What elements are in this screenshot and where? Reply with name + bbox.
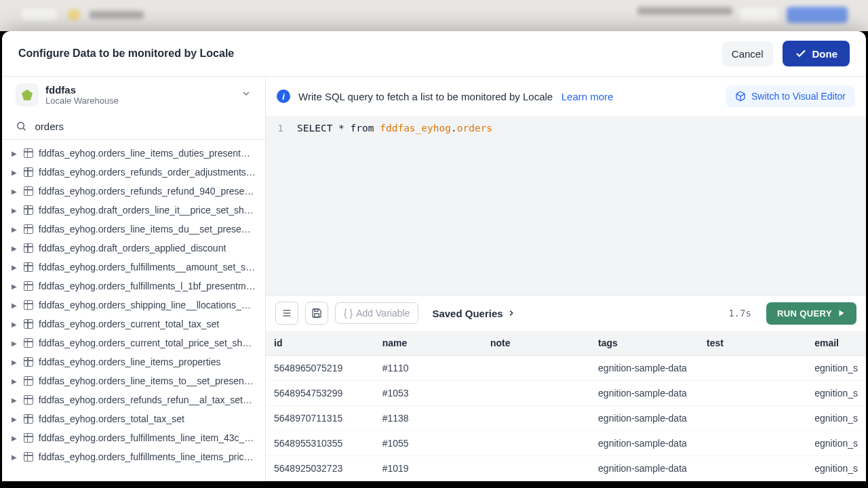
table-icon	[24, 186, 33, 196]
learn-more-link[interactable]: Learn more	[561, 91, 614, 102]
table-cell	[482, 456, 590, 481]
table-cell: egnition-sample-data	[590, 406, 698, 431]
warehouse-selector[interactable]: fddfas Locale Warehouse	[2, 77, 265, 113]
main-panel: i Write SQL query to fetch a list to be …	[266, 77, 866, 481]
table-item-label: fddfas_eyhog.orders_refunds_order_adjust…	[39, 167, 256, 178]
table-item[interactable]: ▶ fddfas_eyhog.orders_fulfillments_l_1bf…	[2, 277, 265, 296]
table-item[interactable]: ▶ fddfas_eyhog.orders_fulfillments_line_…	[2, 447, 265, 466]
saved-queries-label: Saved Queries	[432, 308, 502, 319]
table-item[interactable]: ▶ fddfas_eyhog.orders_current_total_pric…	[2, 333, 265, 352]
table-item-label: fddfas_eyhog.draft_orders_applied_discou…	[39, 243, 226, 253]
table-item[interactable]: ▶ fddfas_eyhog.orders_line_items_du__set…	[2, 220, 265, 239]
table-search[interactable]	[2, 113, 265, 140]
table-item-label: fddfas_eyhog.orders_current_total_tax_se…	[39, 319, 219, 329]
table-cell: #1053	[374, 381, 482, 406]
table-cell: egnition-sample-data	[590, 456, 698, 481]
table-cell: 5648970711315	[266, 406, 374, 431]
table-icon	[24, 243, 33, 253]
table-cell: 5648925032723	[266, 456, 374, 481]
column-header[interactable]: note	[482, 331, 590, 356]
table-item[interactable]: ▶ fddfas_eyhog.orders_shipping_line__llo…	[2, 296, 265, 314]
table-cell	[698, 456, 806, 481]
check-icon	[795, 47, 807, 60]
table-cell	[482, 431, 590, 456]
switch-visual-editor-button[interactable]: Switch to Visual Editor	[726, 85, 855, 107]
table-cell: 5648954753299	[266, 381, 374, 406]
chevron-right-icon: ▶	[12, 321, 18, 328]
table-icon	[24, 395, 33, 405]
table-item-label: fddfas_eyhog.orders_total_tax_set	[39, 413, 184, 424]
table-item-label: fddfas_eyhog.orders_shipping_line__lloca…	[39, 300, 256, 310]
column-header[interactable]: id	[266, 331, 374, 356]
table-cell	[698, 406, 806, 431]
configure-data-modal: Configure Data to be monitored by Locale…	[2, 31, 866, 481]
list-view-button[interactable]	[275, 302, 298, 325]
table-item[interactable]: ▶ fddfas_eyhog.orders_fulfillments__amou…	[2, 258, 265, 277]
table-cell: egnition_s	[806, 381, 866, 406]
chevron-right-icon: ▶	[12, 226, 18, 233]
table-item-label: fddfas_eyhog.draft_orders_line_it__price…	[39, 205, 254, 216]
chevron-right-icon: ▶	[12, 150, 18, 157]
table-item-label: fddfas_eyhog.orders_line_items_duties_pr…	[39, 148, 256, 159]
table-item[interactable]: ▶ fddfas_eyhog.orders_line_items_propert…	[2, 352, 265, 371]
table-row[interactable]: 5648965075219#1110egnition-sample-dataeg…	[266, 356, 866, 381]
column-header[interactable]: test	[698, 331, 806, 356]
table-item-label: fddfas_eyhog.orders_fulfillments__amount…	[39, 262, 255, 272]
table-cell: #1138	[374, 406, 482, 431]
table-cell: egnition-sample-data	[590, 431, 698, 456]
save-button[interactable]	[305, 302, 328, 325]
table-item[interactable]: ▶ fddfas_eyhog.orders_fulfillments_line_…	[2, 428, 265, 447]
table-icon	[24, 224, 33, 234]
done-button[interactable]: Done	[783, 41, 850, 66]
table-item-label: fddfas_eyhog.orders_refunds_refun__al_ta…	[39, 394, 256, 405]
braces-icon: { }	[344, 308, 353, 319]
run-query-button[interactable]: RUN QUERY	[766, 302, 856, 325]
table-item[interactable]: ▶ fddfas_eyhog.orders_current_total_tax_…	[2, 314, 265, 333]
table-cell: #1055	[374, 431, 482, 456]
table-icon	[24, 300, 33, 310]
chevron-right-icon: ▶	[12, 207, 18, 214]
svg-point-0	[18, 122, 24, 129]
table-item[interactable]: ▶ fddfas_eyhog.orders_total_tax_set	[2, 409, 265, 428]
search-input[interactable]	[35, 121, 252, 132]
svg-rect-6	[315, 309, 318, 311]
table-icon	[24, 376, 33, 386]
table-item-label: fddfas_eyhog.orders_fulfillments_line_it…	[39, 432, 256, 443]
table-row[interactable]: 5648954753299#1053egnition-sample-dataeg…	[266, 381, 866, 406]
table-cell: egnition-sample-data	[590, 381, 698, 406]
table-list[interactable]: ▶ fddfas_eyhog.orders_line_items_duties_…	[2, 140, 265, 481]
table-icon	[24, 433, 33, 443]
table-item[interactable]: ▶ fddfas_eyhog.orders_line_items_to__set…	[2, 371, 265, 390]
add-variable-button[interactable]: { } Add Variable	[335, 302, 418, 324]
cancel-button[interactable]: Cancel	[722, 41, 773, 66]
table-item[interactable]: ▶ fddfas_eyhog.orders_refunds_refund_940…	[2, 182, 265, 201]
chevron-right-icon: ▶	[12, 302, 18, 309]
results-panel[interactable]: idnamenotetagstestemail 5648965075219#11…	[266, 331, 866, 481]
table-item[interactable]: ▶ fddfas_eyhog.orders_refunds_order_adju…	[2, 163, 265, 182]
run-query-label: RUN QUERY	[777, 308, 832, 319]
table-icon	[24, 319, 33, 329]
table-row[interactable]: 5648970711315#1138egnition-sample-dataeg…	[266, 406, 866, 431]
shopify-icon	[16, 83, 39, 106]
sql-editor[interactable]: 1 SELECT * from fddfas_eyhog.orders	[266, 116, 866, 295]
table-item[interactable]: ▶ fddfas_eyhog.draft_orders_applied_disc…	[2, 239, 265, 258]
table-item[interactable]: ▶ fddfas_eyhog.draft_orders_line_it__pri…	[2, 201, 265, 220]
table-row[interactable]: 5648925032723#1019egnition-sample-dataeg…	[266, 456, 866, 481]
saved-queries-button[interactable]: Saved Queries	[432, 308, 515, 319]
table-icon	[24, 148, 33, 158]
chevron-right-icon: ▶	[12, 245, 18, 252]
list-icon	[281, 308, 292, 319]
table-item[interactable]: ▶ fddfas_eyhog.orders_line_items_duties_…	[2, 144, 265, 163]
table-cell	[698, 431, 806, 456]
chevron-right-icon: ▶	[12, 340, 18, 347]
table-row[interactable]: 5648955310355#1055egnition-sample-dataeg…	[266, 431, 866, 456]
table-item[interactable]: ▶ fddfas_eyhog.orders_refunds_refun__al_…	[2, 390, 265, 409]
table-icon	[24, 167, 33, 177]
column-header[interactable]: name	[374, 331, 482, 356]
table-cell: #1110	[374, 356, 482, 381]
column-header[interactable]: tags	[590, 331, 698, 356]
table-cell: egnition_s	[806, 456, 866, 481]
column-header[interactable]: email	[806, 331, 866, 356]
editor-toolbar: { } Add Variable Saved Queries 1.7s RUN …	[266, 295, 866, 331]
warehouse-subtitle: Locale Warehouse	[45, 96, 234, 106]
